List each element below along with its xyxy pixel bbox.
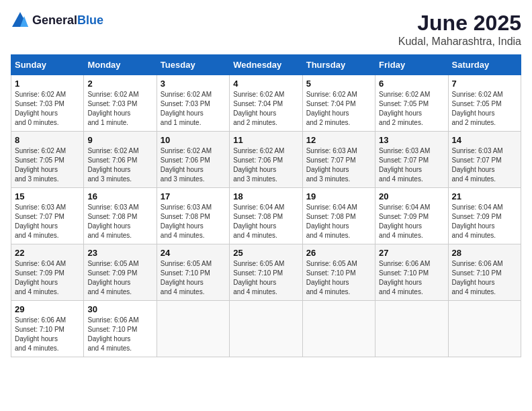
- table-row: 15 Sunrise: 6:03 AMSunset: 7:07 PMDaylig…: [11, 188, 84, 244]
- table-row: 26 Sunrise: 6:05 AMSunset: 7:10 PMDaylig…: [302, 244, 375, 301]
- table-row: [230, 301, 302, 357]
- table-row: 16 Sunrise: 6:03 AMSunset: 7:08 PMDaylig…: [84, 188, 157, 244]
- table-row: [448, 301, 521, 357]
- col-sunday: Sunday: [11, 55, 84, 75]
- day-info: Sunrise: 6:02 AMSunset: 7:06 PMDaylight …: [233, 147, 284, 183]
- day-number: 16: [87, 191, 152, 201]
- day-number: 2: [87, 79, 152, 89]
- col-saturday: Saturday: [448, 55, 521, 75]
- day-number: 24: [161, 248, 226, 258]
- table-row: 27 Sunrise: 6:06 AMSunset: 7:10 PMDaylig…: [375, 244, 448, 301]
- month-title: June 2025: [398, 11, 521, 36]
- table-row: 11 Sunrise: 6:02 AMSunset: 7:06 PMDaylig…: [230, 132, 302, 188]
- day-info: Sunrise: 6:02 AMSunset: 7:03 PMDaylight …: [87, 91, 138, 126]
- day-number: 14: [452, 135, 517, 145]
- day-number: 18: [233, 191, 298, 201]
- day-number: 5: [306, 79, 371, 89]
- table-row: 3 Sunrise: 6:02 AMSunset: 7:03 PMDayligh…: [157, 75, 229, 132]
- col-thursday: Thursday: [302, 55, 375, 75]
- day-info: Sunrise: 6:03 AMSunset: 7:07 PMDaylight …: [452, 147, 503, 183]
- table-row: 8 Sunrise: 6:02 AMSunset: 7:05 PMDayligh…: [11, 132, 84, 188]
- title-block: June 2025 Kudal, Maharashtra, India: [398, 11, 521, 48]
- table-row: 25 Sunrise: 6:05 AMSunset: 7:10 PMDaylig…: [230, 244, 302, 301]
- day-info: Sunrise: 6:05 AMSunset: 7:09 PMDaylight …: [87, 260, 138, 295]
- table-row: 19 Sunrise: 6:04 AMSunset: 7:08 PMDaylig…: [302, 188, 375, 244]
- day-info: Sunrise: 6:02 AMSunset: 7:04 PMDaylight …: [306, 91, 357, 126]
- day-number: 10: [161, 135, 226, 145]
- table-row: 22 Sunrise: 6:04 AMSunset: 7:09 PMDaylig…: [11, 244, 84, 301]
- table-row: 14 Sunrise: 6:03 AMSunset: 7:07 PMDaylig…: [448, 132, 521, 188]
- table-row: 20 Sunrise: 6:04 AMSunset: 7:09 PMDaylig…: [375, 188, 448, 244]
- day-info: Sunrise: 6:03 AMSunset: 7:08 PMDaylight …: [87, 203, 138, 239]
- day-number: 25: [233, 248, 298, 258]
- day-info: Sunrise: 6:02 AMSunset: 7:04 PMDaylight …: [233, 91, 284, 126]
- table-row: 5 Sunrise: 6:02 AMSunset: 7:04 PMDayligh…: [302, 75, 375, 132]
- table-row: 10 Sunrise: 6:02 AMSunset: 7:06 PMDaylig…: [157, 132, 229, 188]
- day-number: 26: [306, 248, 371, 258]
- location-title: Kudal, Maharashtra, India: [398, 36, 521, 48]
- day-number: 13: [379, 135, 444, 145]
- day-info: Sunrise: 6:02 AMSunset: 7:05 PMDaylight …: [452, 91, 503, 126]
- day-info: Sunrise: 6:02 AMSunset: 7:03 PMDaylight …: [161, 91, 212, 126]
- day-info: Sunrise: 6:04 AMSunset: 7:09 PMDaylight …: [379, 203, 430, 239]
- day-number: 4: [233, 79, 298, 89]
- logo: GeneralBlue: [11, 11, 103, 30]
- table-row: 4 Sunrise: 6:02 AMSunset: 7:04 PMDayligh…: [230, 75, 302, 132]
- day-number: 20: [379, 191, 444, 201]
- col-monday: Monday: [84, 55, 157, 75]
- table-row: 30 Sunrise: 6:06 AMSunset: 7:10 PMDaylig…: [84, 301, 157, 357]
- day-info: Sunrise: 6:02 AMSunset: 7:06 PMDaylight …: [87, 147, 138, 183]
- day-number: 1: [15, 79, 80, 89]
- logo-text: GeneralBlue: [32, 13, 103, 28]
- table-row: 12 Sunrise: 6:03 AMSunset: 7:07 PMDaylig…: [302, 132, 375, 188]
- logo-general: General: [32, 13, 77, 27]
- day-info: Sunrise: 6:05 AMSunset: 7:10 PMDaylight …: [233, 260, 284, 295]
- table-row: 7 Sunrise: 6:02 AMSunset: 7:05 PMDayligh…: [448, 75, 521, 132]
- table-row: 17 Sunrise: 6:03 AMSunset: 7:08 PMDaylig…: [157, 188, 229, 244]
- day-number: 21: [452, 191, 517, 201]
- day-info: Sunrise: 6:02 AMSunset: 7:05 PMDaylight …: [15, 147, 66, 183]
- table-row: 6 Sunrise: 6:02 AMSunset: 7:05 PMDayligh…: [375, 75, 448, 132]
- day-info: Sunrise: 6:06 AMSunset: 7:10 PMDaylight …: [452, 260, 503, 295]
- day-number: 27: [379, 248, 444, 258]
- day-info: Sunrise: 6:03 AMSunset: 7:07 PMDaylight …: [15, 203, 66, 239]
- day-info: Sunrise: 6:05 AMSunset: 7:10 PMDaylight …: [306, 260, 357, 295]
- table-row: 23 Sunrise: 6:05 AMSunset: 7:09 PMDaylig…: [84, 244, 157, 301]
- logo-icon: [11, 11, 30, 30]
- day-number: 7: [452, 79, 517, 89]
- day-number: 22: [15, 248, 80, 258]
- table-row: 29 Sunrise: 6:06 AMSunset: 7:10 PMDaylig…: [11, 301, 84, 357]
- col-wednesday: Wednesday: [230, 55, 302, 75]
- day-number: 6: [379, 79, 444, 89]
- day-number: 3: [161, 79, 226, 89]
- col-friday: Friday: [375, 55, 448, 75]
- day-info: Sunrise: 6:03 AMSunset: 7:07 PMDaylight …: [379, 147, 430, 183]
- day-number: 30: [87, 304, 152, 314]
- calendar-table: Sunday Monday Tuesday Wednesday Thursday…: [11, 54, 521, 357]
- day-info: Sunrise: 6:06 AMSunset: 7:10 PMDaylight …: [15, 316, 66, 352]
- day-info: Sunrise: 6:04 AMSunset: 7:08 PMDaylight …: [306, 203, 357, 239]
- day-number: 15: [15, 191, 80, 201]
- day-info: Sunrise: 6:05 AMSunset: 7:10 PMDaylight …: [161, 260, 212, 295]
- day-number: 19: [306, 191, 371, 201]
- table-row: 2 Sunrise: 6:02 AMSunset: 7:03 PMDayligh…: [84, 75, 157, 132]
- day-info: Sunrise: 6:04 AMSunset: 7:09 PMDaylight …: [452, 203, 503, 239]
- table-row: 13 Sunrise: 6:03 AMSunset: 7:07 PMDaylig…: [375, 132, 448, 188]
- table-row: [157, 301, 229, 357]
- logo-blue: Blue: [77, 13, 103, 27]
- table-row: 28 Sunrise: 6:06 AMSunset: 7:10 PMDaylig…: [448, 244, 521, 301]
- day-info: Sunrise: 6:03 AMSunset: 7:07 PMDaylight …: [306, 147, 357, 183]
- page-header: GeneralBlue June 2025 Kudal, Maharashtra…: [11, 11, 521, 48]
- day-number: 11: [233, 135, 298, 145]
- day-number: 17: [161, 191, 226, 201]
- day-number: 29: [15, 304, 80, 314]
- table-row: [375, 301, 448, 357]
- day-number: 12: [306, 135, 371, 145]
- day-info: Sunrise: 6:06 AMSunset: 7:10 PMDaylight …: [87, 316, 138, 352]
- day-info: Sunrise: 6:04 AMSunset: 7:08 PMDaylight …: [233, 203, 284, 239]
- day-number: 8: [15, 135, 80, 145]
- day-number: 9: [87, 135, 152, 145]
- day-info: Sunrise: 6:02 AMSunset: 7:05 PMDaylight …: [379, 91, 430, 126]
- day-info: Sunrise: 6:02 AMSunset: 7:03 PMDaylight …: [15, 91, 66, 126]
- day-info: Sunrise: 6:03 AMSunset: 7:08 PMDaylight …: [161, 203, 212, 239]
